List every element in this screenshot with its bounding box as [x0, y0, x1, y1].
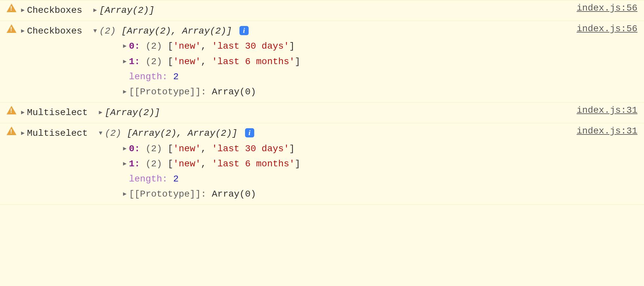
- array-item[interactable]: 0: (2) ['new', 'last 30 days']: [123, 39, 570, 54]
- log-label: Multiselect: [27, 128, 88, 138]
- item-index: 0: [129, 41, 135, 51]
- prototype-line[interactable]: [[Prototype]]: Array(0): [123, 84, 570, 100]
- nested-properties: 0: (2) ['new', 'last 30 days'] 1: (2) ['…: [123, 141, 570, 202]
- length-value: 2: [173, 174, 179, 184]
- item-index: 1: [129, 159, 135, 169]
- log-summary: [Array(2)]: [105, 107, 160, 118]
- length-line: length: 2: [123, 172, 570, 187]
- expand-toggle[interactable]: [123, 84, 129, 100]
- prototype-line[interactable]: [[Prototype]]: Array(0): [123, 187, 570, 202]
- expand-toggle[interactable]: [123, 54, 129, 69]
- source-link[interactable]: index.js:31: [577, 126, 637, 136]
- expand-toggle-summary[interactable]: [99, 126, 105, 141]
- expand-toggle-summary[interactable]: [99, 105, 105, 120]
- expand-toggle-summary[interactable]: [93, 3, 99, 18]
- item-value: 'new': [173, 57, 201, 67]
- warning-icon: [7, 106, 16, 114]
- log-summary: [Array(2), Array(2)]: [127, 128, 237, 138]
- warning-icon: [7, 4, 16, 12]
- warning-icon: [7, 24, 16, 33]
- item-count: (2): [145, 41, 162, 51]
- gutter: [7, 3, 21, 15]
- expand-toggle[interactable]: [21, 24, 27, 39]
- expand-toggle[interactable]: [123, 141, 129, 156]
- expand-toggle[interactable]: [21, 3, 27, 18]
- item-index: 0: [129, 144, 135, 154]
- expand-toggle-summary[interactable]: [93, 24, 99, 39]
- expand-toggle[interactable]: [123, 156, 129, 172]
- log-label: Checkboxes: [27, 5, 82, 15]
- item-value: 'last 30 days': [212, 144, 289, 154]
- expand-toggle[interactable]: [21, 105, 27, 120]
- log-label: Multiselect: [27, 107, 88, 118]
- item-value: 'last 30 days': [212, 41, 289, 51]
- console-warning-row: Checkboxes (2) [Array(2), Array(2)] i 0:…: [0, 21, 644, 103]
- gutter: [7, 126, 21, 138]
- source-link[interactable]: index.js:31: [577, 105, 637, 115]
- length-line: length: 2: [123, 69, 570, 84]
- item-count: (2): [145, 159, 162, 169]
- console-warning-row: Multiselect (2) [Array(2), Array(2)] i 0…: [0, 123, 644, 205]
- gutter: [7, 24, 21, 36]
- length-value: 2: [173, 72, 179, 82]
- prototype-value: Array(0): [212, 87, 256, 97]
- log-summary-count: (2): [105, 128, 121, 138]
- item-value: 'new': [173, 41, 201, 51]
- item-value: 'new': [173, 159, 201, 169]
- expand-toggle[interactable]: [123, 187, 129, 202]
- log-content[interactable]: Checkboxes [Array(2)]: [21, 3, 570, 18]
- prototype-label: [[Prototype]]: [129, 87, 201, 97]
- item-value: 'last 6 months': [212, 159, 295, 169]
- log-summary-count: (2): [99, 26, 116, 36]
- log-content[interactable]: Checkboxes (2) [Array(2), Array(2)] i 0:…: [21, 24, 570, 100]
- expand-toggle[interactable]: [123, 39, 129, 54]
- array-item[interactable]: 1: (2) ['new', 'last 6 months']: [123, 156, 570, 172]
- console-warning-row: Checkboxes [Array(2)] index.js:56: [0, 0, 644, 21]
- prototype-value: Array(0): [212, 189, 256, 199]
- item-count: (2): [145, 144, 162, 154]
- gutter: [7, 105, 21, 117]
- nested-properties: 0: (2) ['new', 'last 30 days'] 1: (2) ['…: [123, 39, 570, 100]
- source-link[interactable]: index.js:56: [577, 3, 637, 13]
- item-count: (2): [145, 57, 162, 67]
- log-content[interactable]: Multiselect (2) [Array(2), Array(2)] i 0…: [21, 126, 570, 202]
- warning-icon: [7, 127, 16, 135]
- length-label: length: [129, 174, 162, 184]
- array-item[interactable]: 1: (2) ['new', 'last 6 months']: [123, 54, 570, 69]
- log-content[interactable]: Multiselect [Array(2)]: [21, 105, 570, 120]
- array-item[interactable]: 0: (2) ['new', 'last 30 days']: [123, 141, 570, 156]
- item-index: 1: [129, 57, 135, 67]
- expand-toggle[interactable]: [21, 126, 27, 141]
- log-label: Checkboxes: [27, 26, 82, 36]
- prototype-label: [[Prototype]]: [129, 189, 201, 199]
- info-icon[interactable]: i: [239, 26, 249, 35]
- console-warning-row: Multiselect [Array(2)] index.js:31: [0, 103, 644, 123]
- log-summary: [Array(2)]: [99, 5, 155, 15]
- length-label: length: [129, 72, 162, 82]
- source-link[interactable]: index.js:56: [577, 24, 637, 34]
- item-value: 'new': [173, 144, 201, 154]
- info-icon[interactable]: i: [245, 128, 254, 137]
- item-value: 'last 6 months': [212, 57, 295, 67]
- log-summary: [Array(2), Array(2)]: [121, 26, 232, 36]
